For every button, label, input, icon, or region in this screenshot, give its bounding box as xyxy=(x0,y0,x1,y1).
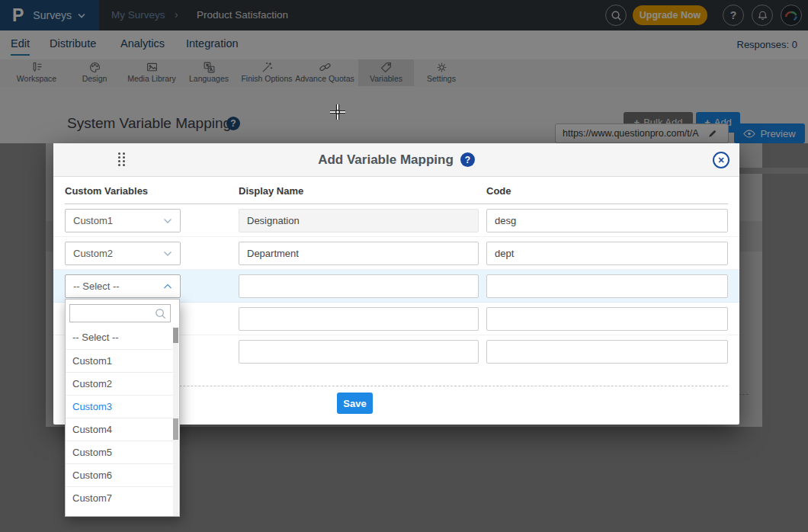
column-header-custom-variables: Custom Variables xyxy=(65,185,148,197)
column-header-display-name: Display Name xyxy=(239,185,303,197)
chevron-up-icon xyxy=(163,284,172,290)
dropdown-option-highlighted[interactable]: Custom3 xyxy=(66,395,175,418)
drag-handle-icon[interactable] xyxy=(118,152,125,168)
display-name-input-5[interactable] xyxy=(239,340,479,364)
display-name-input-2[interactable] xyxy=(239,242,479,265)
dropdown-scrollbar[interactable] xyxy=(173,327,178,516)
code-input-5[interactable] xyxy=(486,340,728,364)
custom-variable-select-1[interactable]: Custom1 xyxy=(65,209,181,232)
dropdown-option[interactable]: Custom6 xyxy=(66,463,175,486)
dropdown-option[interactable]: Custom7 xyxy=(66,486,175,509)
search-icon xyxy=(154,307,167,320)
code-input-4[interactable] xyxy=(486,307,728,331)
chevron-down-icon xyxy=(163,218,172,224)
dropdown-option[interactable]: Custom4 xyxy=(66,418,175,441)
code-input-3[interactable] xyxy=(486,274,728,298)
column-header-code: Code xyxy=(486,185,511,197)
dropdown-option[interactable]: -- Select -- xyxy=(66,326,175,349)
close-icon[interactable]: ✕ xyxy=(713,152,729,168)
mapping-row: Custom1 xyxy=(53,204,739,237)
mapping-row: Custom2 xyxy=(53,237,739,270)
display-name-input-3[interactable] xyxy=(239,274,479,298)
modal-header: Add Variable Mapping ? ✕ xyxy=(53,143,739,177)
mapping-column-headers: Custom Variables Display Name Code xyxy=(65,177,728,204)
dropdown-search-input[interactable] xyxy=(70,305,146,322)
dropdown-search-box xyxy=(69,304,171,322)
code-input-2[interactable] xyxy=(486,242,728,265)
dropdown-option[interactable]: Custom1 xyxy=(66,349,175,372)
display-name-input-4[interactable] xyxy=(239,307,479,331)
save-button[interactable]: Save xyxy=(337,393,373,414)
modal-help-icon[interactable]: ? xyxy=(460,152,475,167)
code-input-1[interactable] xyxy=(486,209,728,232)
mouse-move-cursor xyxy=(329,103,347,121)
app-window: P Surveys My Surveys › Product Satisfact… xyxy=(0,0,808,532)
mapping-row-active: -- Select -- xyxy=(53,270,739,303)
modal-title: Add Variable Mapping xyxy=(318,152,454,168)
scrollbar-thumb[interactable] xyxy=(173,418,178,440)
chevron-down-icon xyxy=(163,251,172,257)
dropdown-option[interactable]: Custom2 xyxy=(66,372,175,395)
dropdown-option[interactable]: Custom5 xyxy=(66,441,175,463)
display-name-input-1[interactable] xyxy=(239,209,479,232)
scrollbar-thumb[interactable] xyxy=(173,328,178,343)
dropdown-option-list: -- Select -- Custom1 Custom2 Custom3 Cus… xyxy=(66,326,175,509)
custom-variable-select-3-open[interactable]: -- Select -- xyxy=(65,274,181,298)
custom-variable-dropdown-panel: -- Select -- Custom1 Custom2 Custom3 Cus… xyxy=(65,299,180,517)
custom-variable-select-2[interactable]: Custom2 xyxy=(65,242,181,265)
